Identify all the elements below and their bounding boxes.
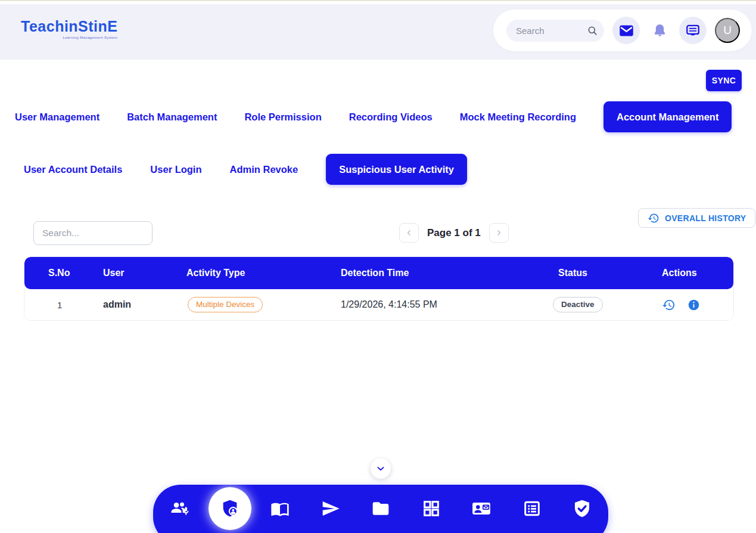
nav-item-send[interactable] [320,485,341,532]
mail-icon [618,23,634,39]
activity-type-badge: Multiple Devices [188,297,263,312]
tab-role-permission[interactable]: Role Permission [244,111,321,123]
main-tab-bar: User Management Batch Management Role Pe… [15,101,732,132]
prev-page-button[interactable] [399,223,419,243]
row-sno: 1 [57,289,62,320]
col-detection-time: Detection Time [341,257,409,289]
nav-item-dashboard[interactable] [421,485,442,532]
row-info-button[interactable] [687,299,700,311]
row-detection-time: 1/29/2026, 4:14:55 PM [341,289,437,320]
nav-item-verification[interactable] [571,485,593,532]
page-indicator: Page 1 of 1 [427,227,481,239]
app-header: TeachinStinE Learning Management System [0,4,756,60]
header-search[interactable] [506,20,604,42]
bottom-nav-bar [153,485,608,533]
mail-button[interactable] [612,17,640,44]
user-avatar[interactable]: U [715,18,740,43]
nav-item-account-security[interactable] [219,485,241,532]
shield-user-icon [220,498,240,519]
col-activity-type: Activity Type [186,257,245,289]
tab-recording-videos[interactable]: Recording Videos [349,111,433,123]
group-mic-icon [169,498,189,519]
chevron-right-icon [494,228,503,237]
nav-item-contacts[interactable] [471,485,492,532]
send-icon [321,499,340,518]
page: TeachinStinE Learning Management System [0,0,756,533]
status-badge: Deactive [553,297,603,312]
shield-check-icon [572,498,592,519]
col-sno: S.No [48,257,70,289]
header-toolbar: U [493,10,752,51]
table-search-input[interactable] [33,221,153,245]
nav-expand-button[interactable] [371,458,391,479]
chevron-left-icon [405,228,413,237]
table-row: 1 admin Multiple Devices 1/29/2026, 4:14… [24,289,733,320]
header-search-input[interactable] [516,26,587,36]
tab-mock-meeting-recording[interactable]: Mock Meeting Recording [460,111,576,123]
sync-button[interactable]: SYNC [706,70,742,91]
chat-button[interactable] [679,17,707,44]
notifications-button[interactable] [651,17,668,44]
sub-tab-bar: User Account Details User Login Admin Re… [24,154,467,185]
tab-admin-revoke[interactable]: Admin Revoke [230,164,298,175]
brand-name: TeachinStinE [21,18,118,35]
tab-user-management[interactable]: User Management [15,111,99,123]
nav-item-reports[interactable] [521,485,543,532]
nav-item-files[interactable] [370,485,391,532]
tab-batch-management[interactable]: Batch Management [127,111,217,123]
row-actions [662,289,700,320]
folder-icon [371,499,390,518]
nav-item-courses[interactable] [269,485,291,532]
brand-tagline: Learning Management System [21,36,118,39]
book-icon [270,499,290,518]
row-history-button[interactable] [662,298,676,312]
contact-mail-icon [471,498,491,519]
suspicious-activity-table: S.No User Activity Type Detection Time S… [24,256,734,321]
overall-history-label: OVERALL HISTORY [665,213,746,223]
magnifier-icon [587,25,598,36]
next-page-button[interactable] [489,223,509,243]
grid-icon [422,499,441,518]
tab-user-login[interactable]: User Login [150,164,201,175]
col-user: User [103,257,125,289]
info-icon [687,299,700,311]
history-icon [648,212,659,224]
tab-user-account-details[interactable]: User Account Details [24,164,122,175]
table-header-row: S.No User Activity Type Detection Time S… [24,257,733,289]
tab-account-management[interactable]: Account Management [603,101,732,132]
tab-suspicious-user-activity[interactable]: Suspicious User Activity [326,154,467,185]
nav-item-users[interactable] [169,485,190,532]
chat-icon [685,23,701,38]
history-icon [662,298,676,312]
pagination: Page 1 of 1 [399,223,509,243]
col-actions: Actions [662,257,697,289]
brand-logo[interactable]: TeachinStinE Learning Management System [21,18,118,39]
row-user: admin [103,289,131,320]
chevron-down-icon [375,463,386,474]
bell-icon [652,23,668,39]
window-top-strip [0,0,756,4]
overall-history-button[interactable]: OVERALL HISTORY [638,208,755,228]
list-icon [522,499,542,518]
col-status: Status [558,257,587,289]
